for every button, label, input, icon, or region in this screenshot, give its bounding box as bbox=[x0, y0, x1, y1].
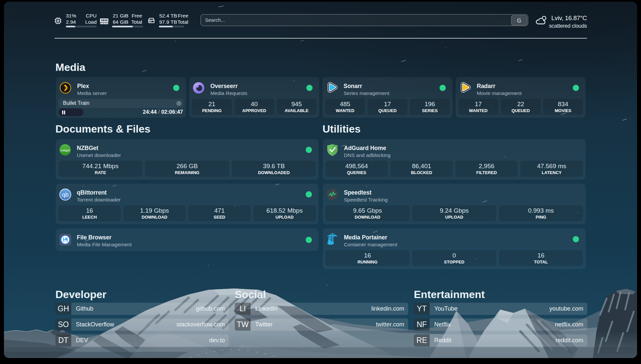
svg-text:qb: qb bbox=[62, 192, 69, 198]
svg-text:nzbget: nzbget bbox=[60, 148, 70, 152]
